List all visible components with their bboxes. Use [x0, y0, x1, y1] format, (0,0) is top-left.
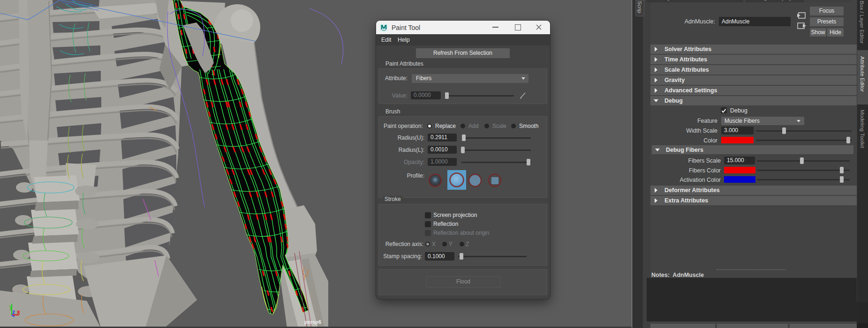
svg-text:x: x [17, 309, 20, 315]
svg-text:z: z [12, 309, 15, 315]
svg-text:persp6: persp6 [304, 319, 321, 325]
